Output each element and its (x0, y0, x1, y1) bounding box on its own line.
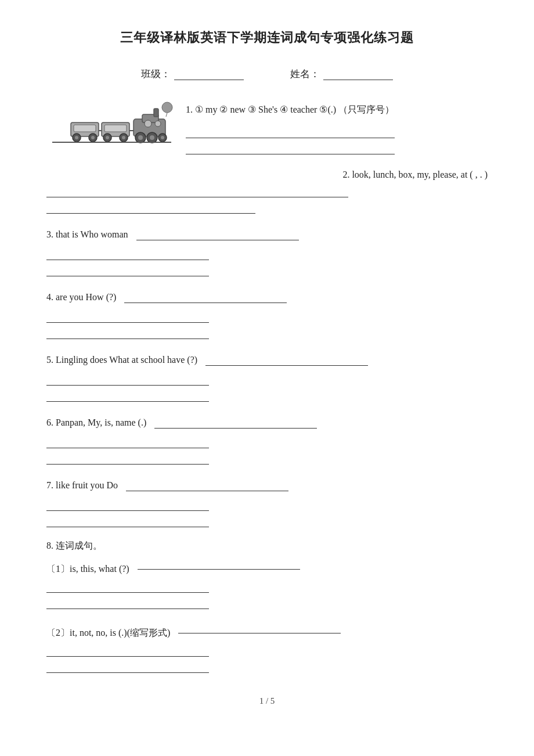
svg-point-20 (75, 136, 78, 139)
svg-point-3 (145, 120, 151, 127)
answer-line (46, 451, 209, 465)
answer-line (46, 659, 209, 673)
question-7-block: 7. like fruit you Do (46, 477, 488, 527)
q8-sub1-text: 〔1〕is, this, what (?) (46, 564, 129, 574)
q8-sub1-inline-line (138, 556, 300, 570)
train-image (46, 102, 186, 148)
q5-inline-line (205, 352, 368, 366)
q8-sub1-label: 〔1〕is, this, what (?) (46, 556, 488, 575)
q3-text: 3. that is Who woman (46, 229, 128, 240)
q8-sub2-text: 〔2〕it, not, no, is (.)(缩写形式) (46, 628, 170, 638)
svg-point-16 (122, 136, 125, 139)
q6-inline-line (154, 415, 317, 429)
q3-answer-lines (46, 246, 488, 276)
question-5-line: 5. Lingling does What at school have (?) (46, 352, 488, 368)
answer-line (46, 513, 209, 527)
question-2-block: 2. look, lunch, box, my, please, at ( , … (46, 170, 488, 214)
student-info: 班级： 姓名： (46, 67, 488, 81)
question-8-block: 8. 连词成句。 〔1〕is, this, what (?) 〔2〕it, no… (46, 540, 488, 673)
answer-line (46, 388, 209, 402)
answer-line (46, 595, 209, 609)
q1-num: 1. ① my ② new ③ She's ④ teacher ⑤(.) （只写… (186, 105, 394, 114)
question-4-block: 4. are you How (?) (46, 289, 488, 339)
question-7-line: 7. like fruit you Do (46, 477, 488, 494)
q3-inline-line (136, 226, 299, 240)
q5-text: 5. Lingling does What at school have (?) (46, 355, 197, 365)
answer-line (186, 141, 395, 154)
question-1-words: 1. ① my ② new ③ She's ④ teacher ⑤(.) （只写… (186, 102, 488, 118)
page-footer: 1 / 5 (46, 696, 488, 706)
answer-line (46, 246, 209, 260)
answer-line (46, 434, 209, 448)
svg-point-6 (138, 135, 143, 140)
svg-line-26 (166, 113, 167, 117)
q7-text: 7. like fruit you Do (46, 480, 118, 491)
class-underline (174, 69, 244, 80)
question-3-line: 3. that is Who woman (46, 226, 488, 243)
q1-answer-lines (186, 124, 488, 154)
q8-sub2-inline-line (178, 620, 341, 633)
answer-line (46, 497, 209, 511)
q4-inline-line (124, 289, 287, 303)
answer-line (46, 309, 209, 323)
question-6-line: 6. Panpan, My, is, name (.) (46, 415, 488, 431)
name-label: 姓名： (290, 67, 320, 81)
question-3-block: 3. that is Who woman (46, 226, 488, 276)
train-svg (46, 102, 174, 148)
svg-point-14 (106, 136, 109, 139)
answer-line (46, 200, 255, 214)
page-title: 三年级译林版英语下学期连词成句专项强化练习题 (46, 29, 488, 46)
name-underline (323, 69, 393, 80)
question-8-sub2: 〔2〕it, not, no, is (.)(缩写形式) (46, 620, 488, 673)
name-field: 姓名： (290, 67, 393, 81)
q6-text: 6. Panpan, My, is, name (.) (46, 417, 146, 428)
svg-rect-12 (104, 125, 127, 132)
q5-answer-lines (46, 372, 488, 402)
q8-sub2-label: 〔2〕it, not, no, is (.)(缩写形式) (46, 620, 488, 639)
class-field: 班级： (141, 67, 244, 81)
q4-text: 4. are you How (?) (46, 292, 116, 303)
answer-line (46, 262, 209, 276)
svg-point-4 (155, 121, 161, 127)
question-5-block: 5. Lingling does What at school have (?) (46, 352, 488, 402)
question-1-content: 1. ① my ② new ③ She's ④ teacher ⑤(.) （只写… (186, 102, 488, 157)
q2-answer-lines (46, 183, 488, 214)
answer-line (46, 325, 209, 339)
answer-line (46, 372, 209, 386)
question-1-block: 1. ① my ② new ③ She's ④ teacher ⑤(.) （只写… (46, 102, 488, 157)
question-2-words: 2. look, lunch, box, my, please, at ( , … (342, 170, 488, 180)
svg-point-22 (91, 136, 95, 139)
class-label: 班级： (141, 67, 171, 81)
q7-answer-lines (46, 497, 488, 527)
q7-inline-line (126, 477, 288, 491)
q8-sub2-answer-lines (46, 643, 488, 673)
answer-line (46, 183, 348, 197)
svg-point-8 (150, 135, 154, 140)
answer-line (186, 124, 395, 138)
answer-line (46, 643, 209, 657)
answer-line (46, 579, 209, 593)
question-4-line: 4. are you How (?) (46, 289, 488, 305)
q8-sub1-answer-lines (46, 579, 488, 609)
svg-rect-2 (154, 109, 158, 117)
q8-title: 8. 连词成句。 (46, 540, 102, 552)
svg-point-10 (161, 136, 164, 139)
question-6-block: 6. Panpan, My, is, name (.) (46, 415, 488, 465)
question-8-label: 8. 连词成句。 (46, 540, 488, 552)
q4-answer-lines (46, 309, 488, 339)
q6-answer-lines (46, 434, 488, 465)
svg-rect-18 (74, 125, 96, 132)
question-8-sub1: 〔1〕is, this, what (?) (46, 556, 488, 609)
svg-point-25 (162, 102, 172, 113)
